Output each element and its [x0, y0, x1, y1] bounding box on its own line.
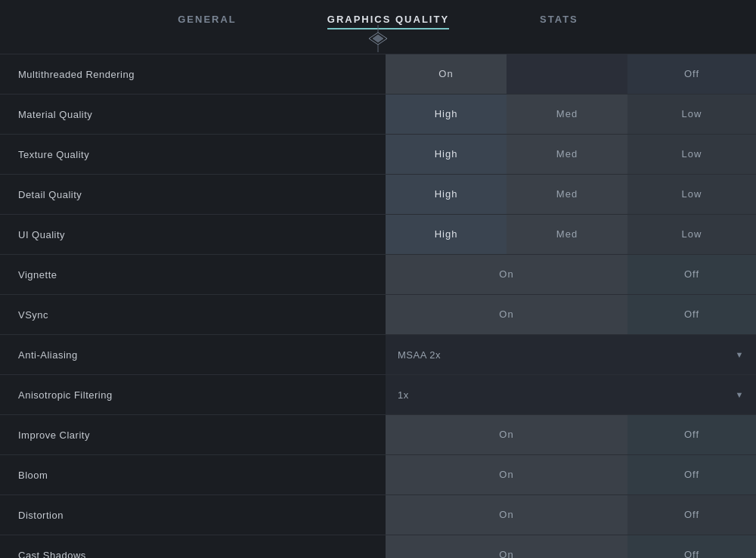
- dropdown-arrow-anti-aliasing: ▼: [736, 350, 744, 359]
- label-multithreaded-rendering: Multithreaded Rendering: [0, 54, 386, 95]
- option-off-multithreaded[interactable]: Off: [627, 54, 756, 95]
- option-low-texture[interactable]: Low: [627, 135, 756, 175]
- option-spacer: [507, 54, 627, 95]
- row-vignette: Vignette On Off: [0, 255, 756, 295]
- label-bloom: Bloom: [0, 455, 386, 495]
- option-med-material[interactable]: Med: [507, 95, 627, 135]
- anisotropic-filtering-value: 1x: [398, 389, 409, 401]
- row-texture-quality: Texture Quality High Med Low: [0, 135, 756, 175]
- option-off-bloom[interactable]: Off: [627, 455, 756, 495]
- settings-table: Multithreaded Rendering On Off Material …: [0, 54, 756, 558]
- label-ui-quality: UI Quality: [0, 215, 386, 255]
- row-improve-clarity: Improve Clarity On Off: [0, 415, 756, 455]
- row-detail-quality: Detail Quality High Med Low: [0, 175, 756, 215]
- row-bloom: Bloom On Off: [0, 455, 756, 495]
- option-low-material[interactable]: Low: [627, 95, 756, 135]
- tab-stats[interactable]: STATS: [540, 14, 578, 39]
- row-material-quality: Material Quality High Med Low: [0, 95, 756, 135]
- option-med-texture[interactable]: Med: [507, 135, 627, 175]
- nav-tabs: GENERAL GRAPHICS QUALITY STATS: [0, 0, 756, 39]
- option-high-material[interactable]: High: [386, 95, 507, 135]
- label-vsync: VSync: [0, 295, 386, 335]
- label-anti-aliasing: Anti-Aliasing: [0, 335, 386, 375]
- dropdown-anisotropic-filtering[interactable]: 1x ▼: [386, 375, 756, 415]
- row-anti-aliasing: Anti-Aliasing MSAA 2x ▼: [0, 335, 756, 375]
- row-ui-quality: UI Quality High Med Low: [0, 215, 756, 255]
- label-texture-quality: Texture Quality: [0, 135, 386, 175]
- option-high-ui[interactable]: High: [386, 215, 507, 255]
- option-low-ui[interactable]: Low: [627, 215, 756, 255]
- option-on-improve-clarity[interactable]: On: [386, 415, 627, 455]
- svg-marker-2: [373, 35, 383, 42]
- label-detail-quality: Detail Quality: [0, 175, 386, 215]
- tab-general[interactable]: GENERAL: [178, 14, 237, 39]
- dropdown-anti-aliasing[interactable]: MSAA 2x ▼: [386, 335, 756, 375]
- option-high-texture[interactable]: High: [386, 135, 507, 175]
- option-on-distortion[interactable]: On: [386, 495, 627, 535]
- option-low-detail[interactable]: Low: [627, 175, 756, 215]
- row-distortion: Distortion On Off: [0, 495, 756, 535]
- label-vignette: Vignette: [0, 255, 386, 295]
- option-on-vignette[interactable]: On: [386, 255, 627, 295]
- row-anisotropic-filtering: Anisotropic Filtering 1x ▼: [0, 375, 756, 415]
- option-on-vsync[interactable]: On: [386, 295, 627, 335]
- label-cast-shadows: Cast Shadows: [0, 535, 386, 559]
- row-vsync: VSync On Off: [0, 295, 756, 335]
- row-multithreaded-rendering: Multithreaded Rendering On Off: [0, 54, 756, 95]
- option-on-cast-shadows[interactable]: On: [386, 535, 627, 559]
- label-material-quality: Material Quality: [0, 95, 386, 135]
- label-anisotropic-filtering: Anisotropic Filtering: [0, 375, 386, 415]
- option-on-bloom[interactable]: On: [386, 455, 627, 495]
- option-off-vsync[interactable]: Off: [627, 295, 756, 335]
- option-high-detail[interactable]: High: [386, 175, 507, 215]
- anti-aliasing-value: MSAA 2x: [398, 349, 441, 361]
- option-off-vignette[interactable]: Off: [627, 255, 756, 295]
- option-med-detail[interactable]: Med: [507, 175, 627, 215]
- option-off-cast-shadows[interactable]: Off: [627, 535, 756, 559]
- dropdown-arrow-anisotropic: ▼: [736, 390, 744, 399]
- option-on-multithreaded[interactable]: On: [386, 54, 507, 95]
- label-improve-clarity: Improve Clarity: [0, 415, 386, 455]
- option-off-distortion[interactable]: Off: [627, 495, 756, 535]
- row-cast-shadows: Cast Shadows On Off: [0, 535, 756, 559]
- tab-decoration: [355, 25, 401, 52]
- label-distortion: Distortion: [0, 495, 386, 535]
- option-off-improve-clarity[interactable]: Off: [627, 415, 756, 455]
- option-med-ui[interactable]: Med: [507, 215, 627, 255]
